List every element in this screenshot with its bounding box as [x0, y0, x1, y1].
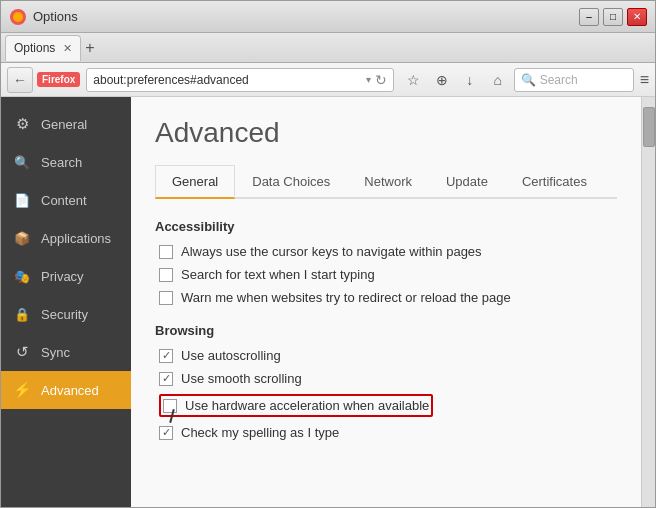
sidebar-label-privacy: Privacy	[41, 269, 84, 284]
hw-accel-highlight: Use hardware acceleration when available	[159, 394, 433, 417]
checkbox-smooth-scroll: ✓ Use smooth scrolling	[155, 371, 617, 386]
title-bar: Options – □ ✕	[1, 1, 655, 33]
sidebar-label-content: Content	[41, 193, 87, 208]
close-button[interactable]: ✕	[627, 8, 647, 26]
sidebar-item-applications[interactable]: 📦 Applications	[1, 219, 131, 257]
browser-tab-bar: Options ✕ +	[1, 33, 655, 63]
navigation-bar: ← Firefox about:preferences#advanced ▾ ↻…	[1, 63, 655, 97]
checkbox-cursor-nav: Always use the cursor keys to navigate w…	[155, 244, 617, 259]
bookmark-icon[interactable]: ☆	[402, 68, 426, 92]
checkbox-spell-check: ✓ Check my spelling as I type	[155, 425, 617, 440]
tab-general[interactable]: General	[155, 165, 235, 199]
sidebar-item-general[interactable]: ⚙ General	[1, 105, 131, 143]
checkbox-spell-check-input[interactable]: ✓	[159, 426, 173, 440]
download-icon[interactable]: ↓	[458, 68, 482, 92]
checkbox-warn-redirect-label: Warn me when websites try to redirect or…	[181, 290, 511, 305]
cursor-indicator	[163, 399, 177, 413]
sidebar-label-security: Security	[41, 307, 88, 322]
firefox-icon	[9, 8, 27, 26]
checkbox-find-typing-label: Search for text when I start typing	[181, 267, 375, 282]
sync-icon: ↺	[13, 343, 31, 361]
scroll-thumb[interactable]	[643, 107, 655, 147]
tab-close-icon[interactable]: ✕	[63, 42, 72, 55]
checkbox-find-typing: Search for text when I start typing	[155, 267, 617, 282]
checkbox-smooth-scroll-input[interactable]: ✓	[159, 372, 173, 386]
checkbox-spell-check-label: Check my spelling as I type	[181, 425, 339, 440]
sidebar-label-sync: Sync	[41, 345, 70, 360]
url-bar[interactable]: about:preferences#advanced ▾ ↻	[86, 68, 393, 92]
sidebar-label-general: General	[41, 117, 87, 132]
checkbox-hw-accel-input[interactable]	[163, 399, 177, 413]
checkbox-cursor-nav-label: Always use the cursor keys to navigate w…	[181, 244, 482, 259]
sidebar-item-advanced[interactable]: ⚡ Advanced	[1, 371, 131, 409]
checkbox-warn-redirect: Warn me when websites try to redirect or…	[155, 290, 617, 305]
section-title-browsing: Browsing	[155, 323, 617, 338]
checkbox-autoscroll-input[interactable]: ✓	[159, 349, 173, 363]
content-area: Advanced General Data Choices Network Up…	[131, 97, 641, 507]
tab-update[interactable]: Update	[429, 165, 505, 199]
scroll-track	[642, 97, 655, 507]
tab-data-choices[interactable]: Data Choices	[235, 165, 347, 199]
search-icon: 🔍	[521, 73, 536, 87]
svg-point-1	[13, 12, 23, 22]
url-text: about:preferences#advanced	[93, 73, 361, 87]
content-inner: Advanced General Data Choices Network Up…	[131, 97, 641, 507]
preference-tabs: General Data Choices Network Update Cert…	[155, 165, 617, 199]
sidebar-label-advanced: Advanced	[41, 383, 99, 398]
reload-icon[interactable]: ↻	[375, 72, 387, 88]
applications-icon: 📦	[13, 229, 31, 247]
home-icon[interactable]: ⌂	[486, 68, 510, 92]
sidebar-item-sync[interactable]: ↺ Sync	[1, 333, 131, 371]
advanced-icon: ⚡	[13, 381, 31, 399]
checkbox-warn-redirect-input[interactable]	[159, 291, 173, 305]
search-placeholder: Search	[540, 73, 578, 87]
checkbox-cursor-nav-input[interactable]	[159, 245, 173, 259]
main-area: ⚙ General 🔍 Search 📄 Content 📦 Applicati…	[1, 97, 655, 507]
nav-icons: ☆ ⊕ ↓ ⌂	[402, 68, 510, 92]
browser-window: Options – □ ✕ Options ✕ + ← Firefox abou…	[0, 0, 656, 508]
url-dropdown-icon[interactable]: ▾	[366, 74, 371, 85]
tab-network[interactable]: Network	[347, 165, 429, 199]
back-button[interactable]: ←	[7, 67, 33, 93]
firefox-badge: Firefox	[37, 72, 80, 87]
checkbox-find-typing-input[interactable]	[159, 268, 173, 282]
window-controls: – □ ✕	[579, 8, 647, 26]
checkbox-autoscroll-label: Use autoscrolling	[181, 348, 281, 363]
checkbox-autoscroll: ✓ Use autoscrolling	[155, 348, 617, 363]
sidebar-item-security[interactable]: 🔒 Security	[1, 295, 131, 333]
tab-certificates[interactable]: Certificates	[505, 165, 604, 199]
page-title: Advanced	[155, 117, 617, 149]
new-tab-button[interactable]: +	[85, 39, 94, 57]
security-icon: 🔒	[13, 305, 31, 323]
scrollbar[interactable]	[641, 97, 655, 507]
checkbox-hw-accel-label: Use hardware acceleration when available	[185, 398, 429, 413]
hamburger-menu-icon[interactable]: ≡	[640, 71, 649, 89]
sidebar-label-search: Search	[41, 155, 82, 170]
sidebar-item-search[interactable]: 🔍 Search	[1, 143, 131, 181]
browser-tab-options[interactable]: Options ✕	[5, 35, 81, 61]
section-title-accessibility: Accessibility	[155, 219, 617, 234]
search-bar[interactable]: 🔍 Search	[514, 68, 634, 92]
checkbox-hw-accel-row: Use hardware acceleration when available	[155, 394, 617, 417]
sidebar: ⚙ General 🔍 Search 📄 Content 📦 Applicati…	[1, 97, 131, 507]
tab-label: Options	[14, 41, 55, 55]
maximize-button[interactable]: □	[603, 8, 623, 26]
shield-icon[interactable]: ⊕	[430, 68, 454, 92]
minimize-button[interactable]: –	[579, 8, 599, 26]
content-icon: 📄	[13, 191, 31, 209]
sidebar-item-privacy[interactable]: 🎭 Privacy	[1, 257, 131, 295]
general-icon: ⚙	[13, 115, 31, 133]
window-title: Options	[33, 9, 579, 24]
sidebar-label-applications: Applications	[41, 231, 111, 246]
search-nav-icon: 🔍	[13, 153, 31, 171]
checkbox-smooth-scroll-label: Use smooth scrolling	[181, 371, 302, 386]
sidebar-item-content[interactable]: 📄 Content	[1, 181, 131, 219]
privacy-icon: 🎭	[13, 267, 31, 285]
